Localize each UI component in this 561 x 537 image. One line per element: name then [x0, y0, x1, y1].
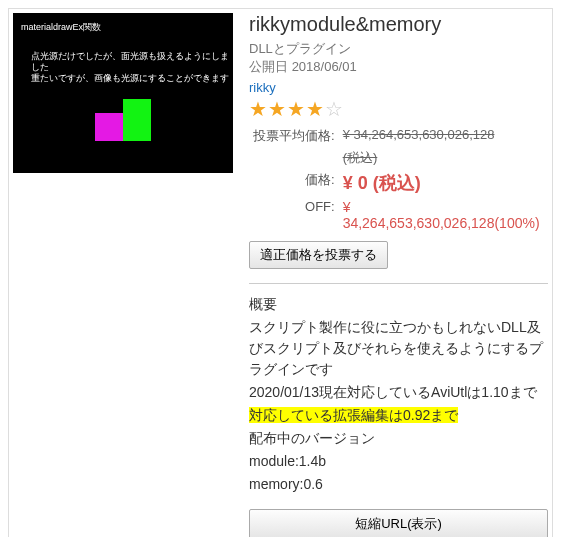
- desc-line: 配布中のバージョン: [249, 428, 548, 449]
- price-table: 投票平均価格: ¥ 34,264,653,630,026,128 (税込) 価格…: [249, 125, 548, 233]
- author-link[interactable]: rikky: [249, 80, 548, 95]
- avg-price-label: 投票平均価格:: [249, 125, 339, 147]
- star-full-icon: ★★★★: [249, 98, 325, 120]
- price-label: 価格:: [249, 169, 339, 197]
- rating-stars: ★★★★☆: [249, 97, 548, 121]
- category-line: DLLとプラグイン: [249, 40, 548, 58]
- short-url-button[interactable]: 短縮URL(表示): [249, 509, 548, 537]
- price-value: ¥ 0 (税込): [339, 169, 548, 197]
- thumb-graphic: [95, 99, 151, 141]
- off-value: ¥ 34,264,653,630,026,128(100%): [339, 197, 548, 233]
- product-card: materialdrawEx関数 点光源だけでしたが、面光源も扱えるようにしまし…: [8, 8, 553, 537]
- desc-line: module:1.4b: [249, 451, 548, 472]
- desc-heading: 概要: [249, 294, 548, 315]
- desc-line: スクリプト製作に役に立つかもしれないDLL及びスクリプト及びそれらを使えるように…: [249, 317, 548, 380]
- desc-line-highlight: 対応している拡張編集は0.92まで: [249, 405, 548, 426]
- avg-price-value: ¥ 34,264,653,630,026,128: [339, 125, 548, 147]
- thumbnail[interactable]: materialdrawEx関数 点光源だけでしたが、面光源も扱えるようにしまし…: [13, 13, 233, 173]
- vote-price-button[interactable]: 適正価格を投票する: [249, 241, 388, 269]
- star-empty-icon: ☆: [325, 98, 344, 120]
- desc-line: memory:0.6: [249, 474, 548, 495]
- desc-line: 2020/01/13現在対応しているAviUtlは1.10まで: [249, 382, 548, 403]
- off-label: OFF:: [249, 197, 339, 233]
- publish-date: 公開日 2018/06/01: [249, 58, 548, 76]
- avg-price-tax: (税込): [339, 147, 548, 169]
- product-title: rikkymodule&memory: [249, 13, 548, 36]
- thumbnail-column: materialdrawEx関数 点光源だけでしたが、面光源も扱えるようにしまし…: [13, 13, 249, 537]
- description: 概要 スクリプト製作に役に立つかもしれないDLL及びスクリプト及びそれらを使える…: [249, 294, 548, 495]
- thumb-text: 点光源だけでしたが、面光源も扱えるようにしました 重たいですが、画像も光源にする…: [31, 51, 233, 84]
- cube-magenta: [95, 113, 123, 141]
- cube-green-small: [123, 99, 151, 113]
- divider: [249, 283, 548, 284]
- thumb-caption: materialdrawEx関数: [21, 21, 101, 34]
- cube-green: [123, 113, 151, 141]
- info-column: rikkymodule&memory DLLとプラグイン 公開日 2018/06…: [249, 13, 548, 537]
